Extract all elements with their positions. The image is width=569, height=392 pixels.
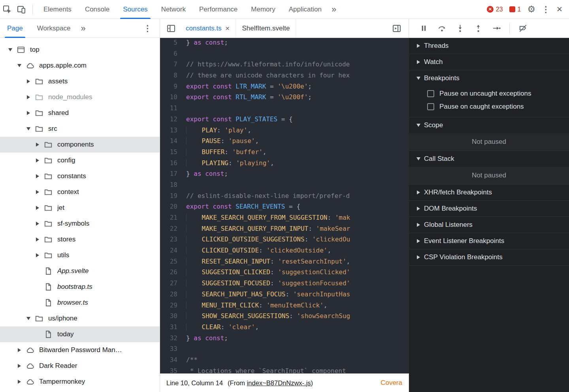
line-number[interactable]: 34 — [160, 354, 186, 366]
caret-right-icon[interactable] — [33, 143, 42, 147]
section-header-event-listener-breakpoints[interactable]: Event Listener Breakpoints — [409, 233, 569, 249]
tree-item-components[interactable]: components — [0, 137, 160, 153]
close-devtools-icon[interactable]: ✕ — [556, 6, 563, 13]
line-number[interactable]: 5 — [160, 38, 186, 48]
line-number[interactable]: 13 — [160, 125, 186, 136]
section-header-dom-breakpoints[interactable]: DOM Breakpoints — [409, 201, 569, 217]
toggle-navigator-icon[interactable] — [164, 21, 178, 36]
caret-down-icon[interactable] — [24, 127, 33, 130]
line-number[interactable]: 29 — [160, 300, 186, 311]
step-out-icon[interactable] — [469, 21, 487, 36]
line-number[interactable]: 9 — [160, 81, 186, 92]
line-number[interactable]: 30 — [160, 311, 186, 322]
tab-sources[interactable]: Sources — [116, 0, 154, 19]
line-number[interactable]: 21 — [160, 212, 186, 223]
code-line[interactable]: 8// these are unicode characters in four… — [160, 70, 409, 81]
caret-right-icon[interactable] — [33, 222, 42, 226]
close-tab-icon[interactable]: ✕ — [225, 25, 230, 32]
code-line[interactable]: 25 RESET_SEARCH_INPUT: 'resetSearchInput… — [160, 256, 409, 267]
code-line[interactable]: 7// https://www.fileformat.info/info/uni… — [160, 59, 409, 70]
code-line[interactable]: 14 PAUSE: 'pause', — [160, 136, 409, 147]
code-line[interactable]: 34/** — [160, 354, 409, 366]
more-navigator-tabs-icon[interactable]: » — [77, 19, 89, 38]
code-line[interactable]: 28 SEARCH_INPUT_HAS_FOCUS: 'searchInputH… — [160, 289, 409, 300]
coverage-link[interactable]: Covera — [381, 379, 402, 387]
line-number[interactable]: 31 — [160, 322, 186, 333]
code-line[interactable]: 22 MAKE_SEARCH_QUERY_FROM_INPUT: 'makeSe… — [160, 223, 409, 234]
code-line[interactable]: 5} as const; — [160, 38, 409, 48]
deactivate-breakpoints-icon[interactable] — [514, 21, 532, 36]
caret-right-icon[interactable] — [15, 364, 24, 368]
line-number[interactable]: 7 — [160, 59, 186, 70]
line-number[interactable]: 19 — [160, 190, 186, 202]
line-number[interactable]: 16 — [160, 158, 186, 169]
section-header-global-listeners[interactable]: Global Listeners — [409, 217, 569, 233]
caret-right-icon[interactable] — [33, 206, 42, 210]
settings-gear-icon[interactable]: ⚙ — [527, 5, 535, 14]
tree-item-sf-symbols[interactable]: sf-symbols — [0, 216, 160, 232]
checkbox-pause-on-uncaught-exceptions[interactable]: Pause on uncaught exceptions — [409, 87, 569, 100]
tree-item-assets[interactable]: assets — [0, 74, 160, 89]
caret-right-icon[interactable] — [33, 237, 42, 241]
tree-item-app-svelte[interactable]: App.svelte — [0, 263, 160, 279]
code-line[interactable]: 19// eslint-disable-next-line import/pre… — [160, 190, 409, 202]
section-header-threads[interactable]: Threads — [409, 38, 569, 54]
editor-tab-constants-ts[interactable]: constants.ts✕ — [180, 19, 236, 38]
overflow-menu-icon[interactable]: ⋮ — [542, 5, 550, 13]
tab-console[interactable]: Console — [78, 0, 116, 19]
source-code-editor[interactable]: 5} as const;67// https://www.fileformat.… — [160, 38, 409, 373]
code-line[interactable]: 18 — [160, 179, 409, 190]
line-number[interactable]: 27 — [160, 278, 186, 289]
code-line[interactable]: 11 — [160, 103, 409, 114]
line-number[interactable]: 11 — [160, 103, 186, 114]
code-line[interactable]: 15 BUFFER: 'buffer', — [160, 147, 409, 158]
caret-right-icon[interactable] — [33, 158, 42, 162]
more-panels-icon[interactable]: » — [328, 0, 339, 19]
pause-script-icon[interactable] — [415, 21, 433, 36]
tree-item-dark-reader[interactable]: Dark Reader — [0, 358, 160, 374]
code-line[interactable]: 24 CLICKED_OUTSIDE: 'clickedOutside', — [160, 245, 409, 256]
line-number[interactable]: 12 — [160, 114, 186, 125]
section-header-breakpoints[interactable]: Breakpoints — [409, 70, 569, 86]
line-number[interactable]: 22 — [160, 223, 186, 234]
caret-right-icon[interactable] — [24, 95, 33, 99]
tree-item-context[interactable]: context — [0, 184, 160, 200]
code-line[interactable]: 32} as const; — [160, 333, 409, 344]
step-icon[interactable] — [487, 21, 505, 36]
line-number[interactable]: 26 — [160, 267, 186, 278]
tab-memory[interactable]: Memory — [244, 0, 282, 19]
tree-item-jet[interactable]: jet — [0, 200, 160, 216]
tree-item-bootstrap-ts[interactable]: bootstrap.ts — [0, 279, 160, 295]
line-number[interactable]: 17 — [160, 168, 186, 179]
code-line[interactable]: 13 PLAY: 'play', — [160, 125, 409, 136]
code-line[interactable]: 12export const PLAY_STATES = { — [160, 114, 409, 125]
tree-item-src[interactable]: src — [0, 121, 160, 137]
code-line[interactable]: 6 — [160, 48, 409, 59]
code-line[interactable]: 17} as const; — [160, 168, 409, 179]
caret-down-icon[interactable] — [24, 317, 33, 320]
line-number[interactable]: 20 — [160, 201, 186, 212]
section-header-scope[interactable]: Scope — [409, 117, 569, 133]
tree-item-shared[interactable]: shared — [0, 105, 160, 121]
tree-item-constants[interactable]: constants — [0, 168, 160, 184]
caret-right-icon[interactable] — [15, 380, 24, 384]
tab-performance[interactable]: Performance — [192, 0, 244, 19]
line-number[interactable]: 23 — [160, 234, 186, 245]
caret-right-icon[interactable] — [33, 253, 42, 257]
tree-item-bitwarden-password-man[interactable]: Bitwarden Password Man… — [0, 342, 160, 358]
line-number[interactable]: 15 — [160, 147, 186, 158]
code-line[interactable]: 31 CLEAR: 'clear', — [160, 322, 409, 333]
checkbox-pause-on-caught-exceptions[interactable]: Pause on caught exceptions — [409, 100, 569, 113]
tree-item-tampermonkey[interactable]: Tampermonkey — [0, 374, 160, 390]
line-number[interactable]: 25 — [160, 256, 186, 267]
code-line[interactable]: 26 SUGGESTION_CLICKED: 'suggestionClicke… — [160, 267, 409, 278]
checkbox-icon[interactable] — [427, 103, 434, 110]
line-number[interactable]: 8 — [160, 70, 186, 81]
code-line[interactable]: 9export const LTR_MARK = '\u200e'; — [160, 81, 409, 92]
tab-application[interactable]: Application — [282, 0, 328, 19]
code-line[interactable]: 16 PLAYING: 'playing', — [160, 158, 409, 169]
line-number[interactable]: 6 — [160, 48, 186, 59]
editor-tab-shelfitem-svelte[interactable]: ShelfItem.svelte — [236, 19, 296, 38]
code-line[interactable]: 20export const SEARCH_EVENTS = { — [160, 201, 409, 212]
section-header-xhr-fetch-breakpoints[interactable]: XHR/fetch Breakpoints — [409, 185, 569, 200]
